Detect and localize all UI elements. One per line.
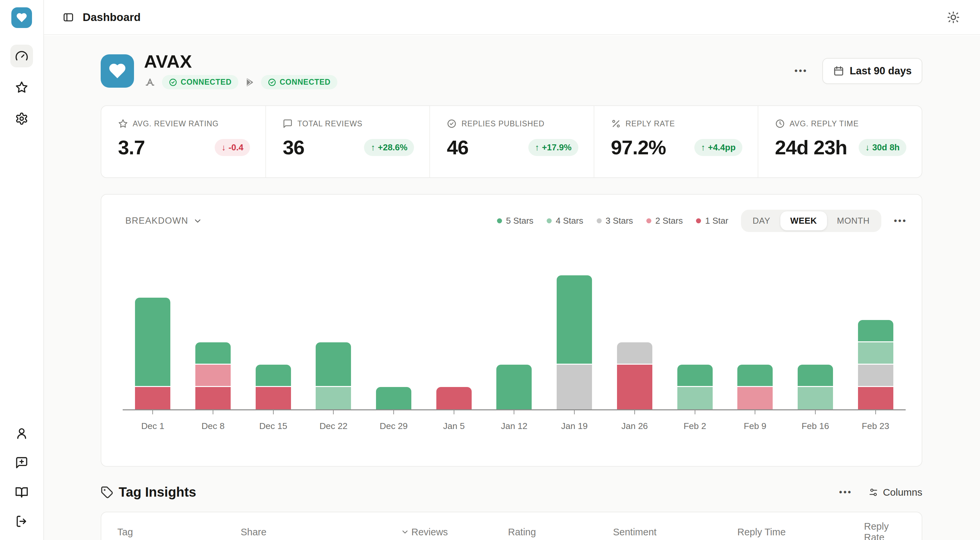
stat-total-reviews: TOTAL REVIEWS 36 ↑+28.6% bbox=[265, 106, 430, 177]
appstore-status-badge: CONNECTED bbox=[162, 75, 238, 89]
stat-value: 46 bbox=[447, 136, 468, 159]
bar-segment-5-stars bbox=[798, 365, 833, 387]
bar-segment-5-stars bbox=[316, 342, 351, 387]
axis-tick bbox=[152, 410, 153, 414]
bar-slot bbox=[424, 387, 484, 409]
bar-dec-8[interactable] bbox=[195, 342, 231, 409]
bar-segment-3-stars bbox=[557, 365, 592, 409]
heart-icon bbox=[16, 12, 28, 24]
sidebar-item-favorites[interactable] bbox=[10, 76, 33, 99]
stat-label: TOTAL REVIEWS bbox=[298, 119, 362, 128]
bar-feb-16[interactable] bbox=[798, 365, 833, 409]
axis-tick bbox=[815, 410, 816, 414]
axis-tick bbox=[453, 410, 454, 414]
bar-slot bbox=[665, 365, 725, 409]
stat-label: REPLIES PUBLISHED bbox=[461, 119, 544, 128]
date-range-button[interactable]: Last 90 days bbox=[822, 58, 922, 84]
axis-tick bbox=[393, 410, 394, 414]
stat-delta-badge: ↑+28.6% bbox=[364, 139, 414, 156]
sidebar-item-settings[interactable] bbox=[10, 107, 33, 130]
bar-dec-29[interactable] bbox=[376, 387, 411, 409]
check-circle-icon bbox=[169, 78, 177, 87]
bar-segment-3-stars bbox=[858, 365, 893, 387]
bar-feb-23[interactable] bbox=[858, 320, 893, 409]
brand-name: AVAX bbox=[144, 53, 337, 70]
bar-segment-4-stars bbox=[798, 387, 833, 409]
heart-icon bbox=[108, 61, 127, 81]
sidebar-item-account[interactable] bbox=[10, 422, 33, 444]
stat-delta-badge: ↑+4.4pp bbox=[694, 139, 742, 156]
axis-tick bbox=[695, 410, 695, 414]
x-axis-label: Feb 23 bbox=[862, 421, 889, 431]
stat-avg-reply-time: AVG. REPLY TIME 24d 23h ↓30d 8h bbox=[758, 106, 922, 177]
bar-chart bbox=[123, 218, 906, 409]
tag-insights-table: TagShareReviewsRatingSentimentReply Time… bbox=[101, 512, 922, 540]
stacked-bar-chart: Dec 1Dec 8Dec 15Dec 22Dec 29Jan 5Jan 12J… bbox=[123, 218, 906, 431]
app-logo[interactable] bbox=[11, 7, 32, 28]
stat-value: 36 bbox=[283, 136, 304, 159]
table-more-button[interactable]: ••• bbox=[839, 487, 852, 497]
theme-toggle-sun-icon[interactable] bbox=[947, 11, 960, 24]
sidebar-item-dashboard[interactable] bbox=[10, 45, 33, 67]
column-header-sentiment[interactable]: Sentiment bbox=[613, 527, 737, 538]
stat-delta-badge: ↑+17.9% bbox=[528, 139, 578, 156]
stat-replies-published: REPLIES PUBLISHED 46 ↑+17.9% bbox=[430, 106, 593, 177]
bar-dec-1[interactable] bbox=[135, 298, 170, 409]
stat-value: 97.2% bbox=[611, 136, 666, 159]
section-title: Tag Insights bbox=[119, 485, 196, 500]
bar-segment-5-stars bbox=[677, 365, 713, 387]
bar-jan-5[interactable] bbox=[436, 387, 472, 409]
bar-segment-4-stars bbox=[316, 387, 351, 409]
x-axis-label: Feb 2 bbox=[684, 421, 706, 431]
playstore-status-badge: CONNECTED bbox=[261, 75, 337, 89]
bar-slot bbox=[845, 320, 906, 409]
kpi-stats-card: AVG. REVIEW RATING 3.7 ↓-0.4 TOTAL REVIE… bbox=[101, 105, 922, 178]
bar-segment-5-stars bbox=[858, 320, 893, 342]
bar-slot bbox=[725, 365, 785, 409]
bar-dec-15[interactable] bbox=[256, 365, 291, 409]
columns-button[interactable]: Columns bbox=[868, 487, 922, 498]
x-axis-labels: Dec 1Dec 8Dec 15Dec 22Dec 29Jan 5Jan 12J… bbox=[123, 410, 906, 431]
star-icon bbox=[15, 81, 28, 94]
bar-dec-22[interactable] bbox=[316, 342, 351, 409]
gear-icon bbox=[15, 112, 28, 125]
bar-segment-1-star bbox=[436, 387, 472, 409]
sidebar-nav-bottom bbox=[10, 422, 33, 533]
sidebar-item-docs[interactable] bbox=[10, 481, 33, 503]
sidebar-item-logout[interactable] bbox=[10, 510, 33, 533]
stat-delta-badge: ↓30d 8h bbox=[859, 139, 906, 156]
table-header-row: TagShareReviewsRatingSentimentReply Time… bbox=[101, 512, 922, 540]
brand-logo bbox=[101, 54, 134, 88]
axis-tick bbox=[213, 410, 213, 414]
bar-jan-19[interactable] bbox=[557, 276, 592, 409]
bar-slot bbox=[303, 342, 364, 409]
bar-jan-26[interactable] bbox=[617, 342, 652, 409]
bar-segment-3-stars bbox=[617, 342, 652, 365]
bar-feb-2[interactable] bbox=[677, 365, 713, 409]
bar-segment-2-stars bbox=[195, 365, 231, 387]
star-icon bbox=[118, 119, 128, 129]
sidebar-toggle-icon[interactable] bbox=[63, 12, 74, 23]
column-header-reply-time[interactable]: Reply Time bbox=[737, 527, 864, 538]
brand-more-button[interactable]: ••• bbox=[795, 66, 808, 76]
x-axis-label: Dec 8 bbox=[201, 421, 224, 431]
bar-feb-9[interactable] bbox=[737, 365, 773, 409]
x-axis-label: Jan 5 bbox=[443, 421, 465, 431]
bar-slot bbox=[123, 298, 183, 409]
stat-label: REPLY RATE bbox=[626, 119, 675, 128]
sidebar bbox=[0, 0, 44, 540]
bar-segment-5-stars bbox=[376, 387, 411, 409]
column-header-rating[interactable]: Rating bbox=[508, 527, 613, 538]
column-header-reviews[interactable]: Reviews bbox=[401, 527, 508, 538]
bar-segment-1-star bbox=[256, 387, 291, 409]
tag-insights-header: Tag Insights ••• Columns bbox=[101, 485, 922, 500]
column-header-tag[interactable]: Tag bbox=[117, 527, 241, 538]
column-header-share[interactable]: Share bbox=[241, 527, 401, 538]
x-axis-label: Dec 15 bbox=[259, 421, 287, 431]
x-axis-label: Feb 9 bbox=[744, 421, 766, 431]
column-header-reply-rate[interactable]: Reply Rate bbox=[864, 521, 906, 540]
sidebar-item-feedback[interactable] bbox=[10, 451, 33, 474]
bar-jan-12[interactable] bbox=[496, 365, 532, 409]
percent-icon bbox=[611, 119, 621, 129]
stat-delta-badge: ↓-0.4 bbox=[215, 139, 250, 156]
